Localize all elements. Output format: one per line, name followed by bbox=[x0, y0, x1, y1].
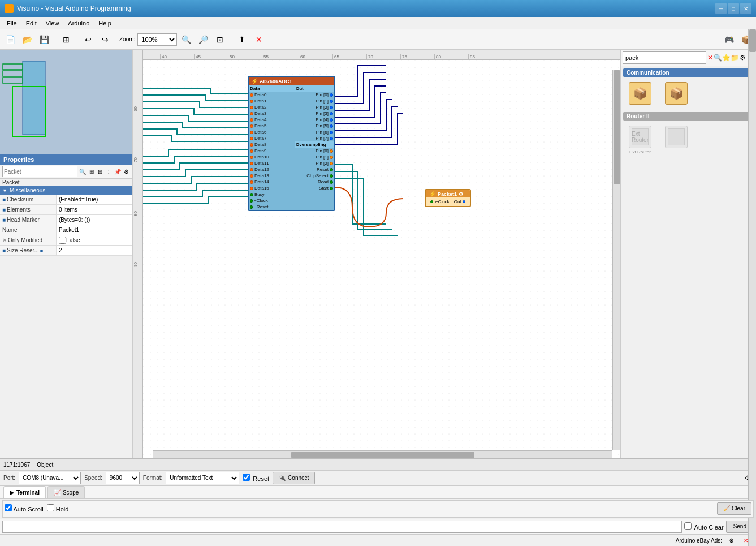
port-os-chipsel[interactable]: ChipSelect bbox=[306, 173, 334, 179]
port-out-pin7[interactable]: Pin [7] bbox=[316, 135, 334, 141]
send-input[interactable] bbox=[2, 521, 682, 533]
right-scroll-thumb[interactable] bbox=[749, 29, 756, 52]
right-scrollbar[interactable] bbox=[748, 29, 756, 546]
close-button[interactable]: ✕ bbox=[740, 3, 751, 14]
port-out-pin6[interactable]: Pin [6] bbox=[316, 129, 334, 135]
port-out-pin1[interactable]: Pin [1] bbox=[316, 98, 334, 104]
hold-checkbox[interactable] bbox=[47, 504, 54, 511]
port-data4[interactable]: Data4 bbox=[249, 117, 295, 123]
prop-val-checksum[interactable]: (Enabled=True) bbox=[57, 195, 132, 204]
menu-help[interactable]: Help bbox=[94, 19, 116, 28]
canvas-horizontal-scrollbar[interactable] bbox=[153, 450, 612, 458]
port-data0[interactable]: Data0 bbox=[249, 92, 295, 98]
port-out-pin3[interactable]: Pin [3] bbox=[316, 110, 334, 117]
port-data3[interactable]: Data3 bbox=[249, 110, 295, 117]
port-reset-adc[interactable]: ⌐Reset bbox=[249, 204, 295, 210]
zoom-reset-button[interactable]: 🔍 bbox=[178, 32, 194, 48]
tab-scope[interactable]: 📈 Scope bbox=[47, 486, 85, 498]
redo-button[interactable]: ↪ bbox=[97, 32, 113, 48]
canvas-content[interactable]: ⚡ AD7606ADC1 Data Data0 Data1 Data2 Data… bbox=[143, 60, 620, 458]
port-out-pin5[interactable]: Pin [5] bbox=[316, 123, 334, 129]
port-data11[interactable]: Data11 bbox=[249, 160, 295, 166]
tab-terminal[interactable]: ▶ Terminal bbox=[3, 486, 46, 498]
port-data5[interactable]: Data5 bbox=[249, 123, 295, 129]
h-scroll-thumb[interactable] bbox=[291, 452, 475, 458]
props-search-button[interactable]: 🔍 bbox=[79, 166, 87, 177]
minimize-button[interactable]: ─ bbox=[715, 3, 727, 14]
menu-file[interactable]: File bbox=[2, 19, 21, 28]
zoom-fit-button[interactable]: ⊡ bbox=[212, 32, 228, 48]
maximize-button[interactable]: □ bbox=[728, 3, 739, 14]
port-data6[interactable]: Data6 bbox=[249, 129, 295, 135]
properties-search[interactable] bbox=[2, 166, 77, 177]
reset-checkbox[interactable] bbox=[243, 474, 250, 481]
packet-component[interactable]: ⚡ Packet1 ⚙ ⌐Clock Out bbox=[425, 189, 471, 207]
lib-item-comm2[interactable]: 📦 bbox=[659, 79, 693, 109]
port-data9[interactable]: Data9 bbox=[249, 148, 295, 154]
port-os-read[interactable]: Read bbox=[318, 179, 334, 185]
props-collapse-button[interactable]: ⊟ bbox=[96, 166, 103, 177]
search-settings-button[interactable]: ⚙ bbox=[739, 51, 746, 64]
connect-button[interactable]: 🔌 Connect bbox=[273, 472, 315, 484]
search-button[interactable]: 🔍 bbox=[714, 51, 722, 64]
port-out-pin4[interactable]: Pin [4] bbox=[316, 117, 334, 123]
undo-button[interactable]: ↩ bbox=[80, 32, 96, 48]
speed-select[interactable]: 9600 bbox=[106, 472, 140, 484]
ads-settings-button[interactable]: ⚙ bbox=[725, 535, 737, 546]
port-os-pin1[interactable]: Pin [1] bbox=[316, 154, 334, 160]
props-sort-button[interactable]: ↕ bbox=[105, 166, 113, 177]
only-modified-check[interactable] bbox=[59, 237, 66, 244]
prop-val-name[interactable]: Packet1 bbox=[57, 225, 132, 235]
search-folder-button[interactable]: 📁 bbox=[731, 51, 739, 64]
v-scroll-thumb[interactable] bbox=[614, 70, 620, 184]
autoclear-checkbox[interactable] bbox=[684, 522, 692, 530]
arduino-button[interactable]: 🎮 bbox=[721, 32, 737, 48]
adc-component[interactable]: ⚡ AD7606ADC1 Data Data0 Data1 Data2 Data… bbox=[248, 76, 335, 211]
lib-item-router1[interactable]: ExtRouter Ext Router bbox=[623, 123, 657, 157]
grid-button[interactable]: ⊞ bbox=[58, 32, 74, 48]
packet-settings-icon[interactable]: ⚙ bbox=[459, 191, 463, 197]
port-os-reset[interactable]: Reset bbox=[317, 166, 334, 173]
menu-edit[interactable]: Edit bbox=[21, 19, 41, 28]
canvas-area[interactable]: 40 45 50 55 60 65 70 75 80 85 60 70 80 9… bbox=[133, 50, 620, 458]
menu-view[interactable]: View bbox=[41, 19, 64, 28]
format-select[interactable]: Unformatted Text bbox=[166, 472, 239, 484]
menu-arduino[interactable]: Arduino bbox=[63, 19, 94, 28]
packet-port-clock[interactable]: ⌐Clock Out bbox=[429, 199, 466, 205]
prop-val-onlymodified[interactable]: False bbox=[57, 235, 132, 245]
canvas-vertical-scrollbar[interactable] bbox=[612, 70, 620, 450]
port-data14[interactable]: Data14 bbox=[249, 179, 295, 185]
open-button[interactable]: 📂 bbox=[19, 32, 35, 48]
delete-button[interactable]: ✕ bbox=[251, 32, 267, 48]
search-clear-button[interactable]: ✕ bbox=[706, 51, 714, 64]
port-data2[interactable]: Data2 bbox=[249, 104, 295, 110]
zoom-in-button[interactable]: 🔎 bbox=[195, 32, 211, 48]
clear-button[interactable]: 🧹 Clear bbox=[717, 502, 751, 515]
prop-val-elements[interactable]: 0 Items bbox=[57, 205, 132, 214]
lib-item-comm1[interactable]: 📦 bbox=[623, 79, 657, 109]
save-button[interactable]: 💾 bbox=[36, 32, 52, 48]
port-data8[interactable]: Data8 bbox=[249, 141, 295, 148]
library-search-input[interactable] bbox=[623, 51, 706, 64]
port-data1[interactable]: Data1 bbox=[249, 98, 295, 104]
port-select[interactable]: COM8 (Unava... bbox=[19, 472, 81, 484]
prop-val-headmarker[interactable]: (Bytes=0: ()) bbox=[57, 215, 132, 225]
port-os-pin0[interactable]: Pin [0] bbox=[316, 148, 334, 154]
props-pin-button[interactable]: 📌 bbox=[114, 166, 122, 177]
port-data15[interactable]: Data15 bbox=[249, 185, 295, 191]
port-busy[interactable]: Busy bbox=[249, 191, 295, 197]
props-settings-button[interactable]: ⚙ bbox=[123, 166, 130, 177]
autoscroll-checkbox[interactable] bbox=[5, 504, 12, 511]
port-data13[interactable]: Data13 bbox=[249, 173, 295, 179]
search-favorite-button[interactable]: ⭐ bbox=[722, 51, 731, 64]
port-data7[interactable]: Data7 bbox=[249, 135, 295, 141]
zoom-select[interactable]: 100% 50% 75% 150% 200% bbox=[137, 33, 177, 46]
port-data12[interactable]: Data12 bbox=[249, 166, 295, 173]
port-out-pin0[interactable]: Pin [0] bbox=[316, 92, 334, 98]
props-expand-button[interactable]: ⊞ bbox=[88, 166, 95, 177]
lib-item-router2[interactable] bbox=[659, 123, 693, 157]
new-button[interactable]: 📄 bbox=[2, 32, 18, 48]
port-out-pin2[interactable]: Pin [2] bbox=[316, 104, 334, 110]
upload-button[interactable]: ⬆ bbox=[234, 32, 250, 48]
port-clock-adc[interactable]: ⌐Clock bbox=[249, 197, 295, 204]
